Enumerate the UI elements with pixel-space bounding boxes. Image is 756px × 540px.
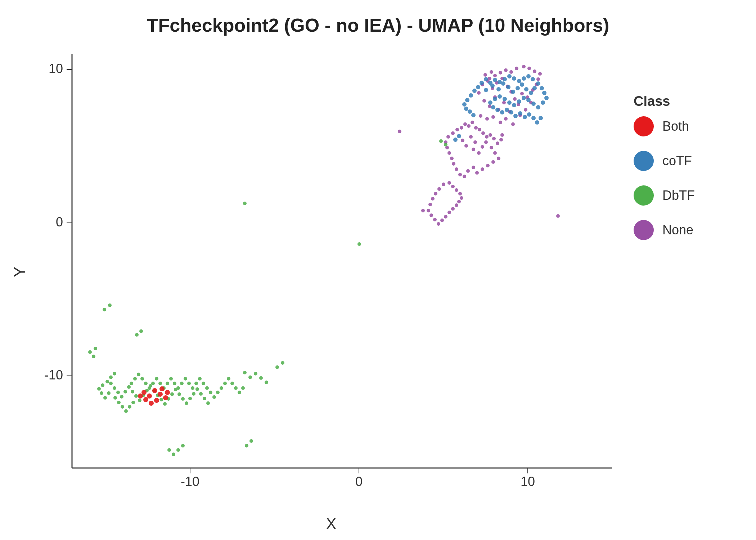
svg-point-267 <box>108 303 112 307</box>
svg-point-93 <box>489 133 492 137</box>
svg-point-118 <box>398 130 401 133</box>
svg-point-51 <box>504 68 508 72</box>
svg-point-89 <box>474 126 478 130</box>
svg-point-217 <box>155 377 158 381</box>
svg-point-48 <box>522 65 526 68</box>
svg-point-115 <box>455 188 458 192</box>
svg-point-34 <box>499 121 502 124</box>
svg-point-168 <box>493 78 497 82</box>
svg-point-73 <box>466 169 470 173</box>
svg-point-264 <box>88 350 92 354</box>
svg-point-282 <box>152 388 157 393</box>
legend-label-none: None <box>662 222 693 238</box>
svg-point-126 <box>511 90 515 94</box>
svg-point-187 <box>127 385 131 389</box>
svg-point-183 <box>113 386 116 390</box>
svg-point-65 <box>490 146 493 149</box>
svg-point-57 <box>461 139 464 142</box>
legend-circle-both <box>634 116 654 136</box>
legend-item-both: Both <box>634 116 734 136</box>
svg-point-74 <box>463 175 466 178</box>
svg-point-227 <box>191 386 194 390</box>
svg-point-165 <box>507 74 512 78</box>
y-axis-label: Y <box>11 47 29 497</box>
svg-point-281 <box>147 393 152 399</box>
svg-point-288 <box>138 393 143 399</box>
svg-point-86 <box>463 122 467 126</box>
svg-point-236 <box>223 382 227 385</box>
svg-point-174 <box>469 93 473 98</box>
svg-point-260 <box>265 381 268 384</box>
chart-container: TFcheckpoint2 (GO - no IEA) - UMAP (10 N… <box>0 0 756 540</box>
svg-point-92 <box>485 135 489 139</box>
svg-point-141 <box>517 99 521 104</box>
svg-point-159 <box>539 116 543 120</box>
svg-point-90 <box>478 128 481 131</box>
svg-point-55 <box>490 70 493 74</box>
svg-point-263 <box>92 355 95 358</box>
svg-point-77 <box>452 162 455 166</box>
svg-point-201 <box>177 392 181 396</box>
svg-point-94 <box>492 137 496 140</box>
svg-point-181 <box>457 134 461 138</box>
svg-point-163 <box>517 79 521 83</box>
svg-point-158 <box>535 120 539 125</box>
svg-point-76 <box>455 167 458 171</box>
svg-point-246 <box>128 405 131 409</box>
svg-point-67 <box>497 157 500 160</box>
svg-point-248 <box>107 391 111 395</box>
svg-point-271 <box>172 453 175 456</box>
svg-point-41 <box>520 92 524 95</box>
svg-point-208 <box>203 397 206 400</box>
svg-point-268 <box>357 242 361 246</box>
legend-item-dbtf: DbTF <box>634 185 734 206</box>
svg-point-223 <box>176 386 180 390</box>
svg-point-241 <box>241 386 245 390</box>
legend-label-dbtf: DbTF <box>662 188 695 203</box>
svg-point-179 <box>471 113 476 117</box>
svg-point-28 <box>513 97 517 101</box>
svg-point-274 <box>245 444 248 447</box>
svg-point-229 <box>198 377 202 381</box>
svg-point-209 <box>206 401 210 405</box>
svg-point-167 <box>498 80 502 84</box>
svg-point-45 <box>538 72 542 76</box>
svg-point-213 <box>140 377 144 381</box>
svg-point-131 <box>532 86 537 90</box>
svg-point-87 <box>467 124 471 128</box>
svg-point-250 <box>100 391 103 395</box>
svg-point-110 <box>451 207 455 211</box>
svg-text:-10: -10 <box>181 474 199 489</box>
svg-point-231 <box>205 386 209 390</box>
svg-point-140 <box>522 96 526 100</box>
svg-point-91 <box>481 131 485 135</box>
svg-text:-10: -10 <box>44 368 63 382</box>
svg-point-199 <box>170 392 174 396</box>
svg-text:0: 0 <box>355 474 363 489</box>
svg-point-170 <box>484 77 488 81</box>
svg-point-244 <box>121 405 124 409</box>
svg-point-31 <box>479 114 482 118</box>
svg-point-171 <box>480 81 484 85</box>
svg-point-128 <box>520 82 524 87</box>
svg-point-162 <box>522 76 526 81</box>
svg-point-133 <box>540 86 544 90</box>
svg-point-185 <box>120 395 123 399</box>
svg-point-186 <box>123 390 127 393</box>
svg-point-257 <box>248 375 252 379</box>
svg-point-154 <box>518 111 522 116</box>
svg-point-103 <box>427 209 430 212</box>
svg-point-101 <box>431 197 435 201</box>
svg-point-111 <box>455 203 458 207</box>
svg-point-56 <box>483 73 487 77</box>
svg-point-255 <box>113 372 116 375</box>
svg-point-169 <box>488 81 492 85</box>
svg-point-66 <box>493 151 497 155</box>
svg-point-59 <box>469 135 473 139</box>
svg-point-50 <box>509 70 513 74</box>
svg-point-207 <box>199 392 203 396</box>
svg-point-184 <box>116 391 120 394</box>
svg-point-279 <box>444 143 447 147</box>
svg-point-36 <box>511 122 515 126</box>
svg-point-84 <box>455 128 459 131</box>
